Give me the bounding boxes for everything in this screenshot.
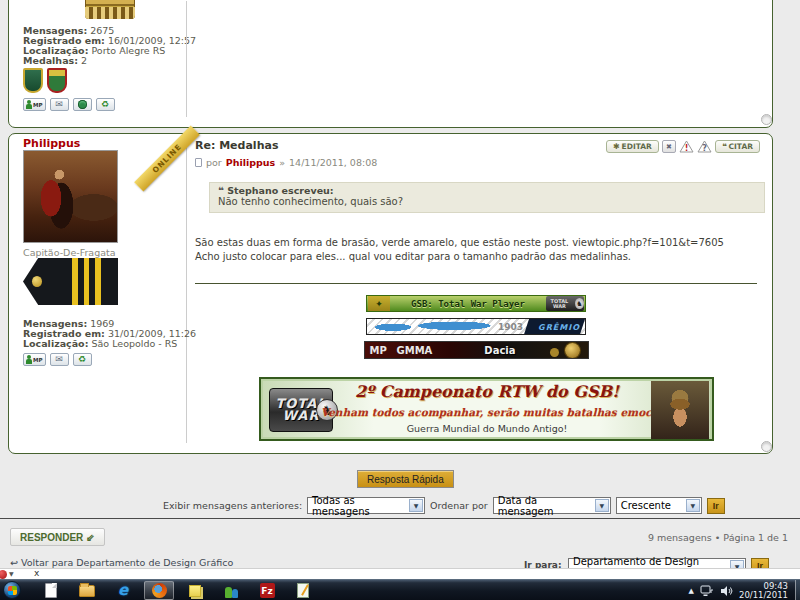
close-icon[interactable]: x <box>34 568 39 578</box>
email-button[interactable]: ✉ <box>50 98 69 111</box>
signature-banner-dacia[interactable]: MP GMMA Dacia <box>364 341 589 359</box>
chevron-down-icon: ▼ <box>409 499 423 512</box>
display-select[interactable]: Todas as mensagens ▼ <box>307 497 425 514</box>
im-icon: ♻ <box>78 355 86 364</box>
medal-crest-icon <box>23 68 43 93</box>
internet-explorer-icon: e <box>118 583 128 598</box>
adblock-icon[interactable] <box>0 570 7 579</box>
column-divider <box>186 144 187 443</box>
messenger-icon <box>224 584 239 598</box>
firefox-icon <box>152 583 167 598</box>
ad-title: 2º Campeonato RTW do GSB! <box>337 382 637 401</box>
taskbar-ie-button[interactable]: e <box>108 581 138 600</box>
stat-label: Medalhas: <box>23 55 78 66</box>
username-link[interactable]: Philippus <box>23 137 80 150</box>
back-link[interactable]: ↩ Voltar para Departamento de Design Grá… <box>10 557 233 568</box>
display-controls: Exibir mensagens anteriores: Todas as me… <box>163 497 725 514</box>
medal-crest-icon <box>47 68 67 93</box>
delete-button[interactable]: ✖ <box>662 140 676 153</box>
byline-separator: » <box>279 157 285 168</box>
quote-box: ❝ Stephano escreveu: Não tenho conhecime… <box>209 182 765 213</box>
show-desktop-button[interactable] <box>795 580 800 600</box>
taskbar-sticky-notes-button[interactable] <box>180 581 210 600</box>
total-war-mini-logo: TOTAL WAR ♞ <box>546 296 584 311</box>
column-divider <box>186 1 187 117</box>
shield-emblem-icon <box>565 343 580 358</box>
display-label: Exibir mensagens anteriores: <box>163 500 302 511</box>
start-button[interactable] <box>3 581 21 599</box>
filezilla-icon: Fz <box>260 583 275 598</box>
edit-button[interactable]: ✱EDITAR <box>606 140 659 153</box>
quick-reply-button[interactable]: Resposta Rápida <box>357 470 454 488</box>
delete-x-icon: ✖ <box>666 143 672 151</box>
private-message-button[interactable]: MP <box>23 353 46 366</box>
stat-label: Localização: <box>23 338 88 349</box>
campaign-ad-banner[interactable]: TOTAL WAR ♞ 2º Campeonato RTW do GSB! Ve… <box>259 377 714 441</box>
chevron-down-icon[interactable]: ▼ <box>9 570 14 577</box>
network-icon[interactable] <box>700 585 714 597</box>
gremio-year: 1903 <box>498 322 523 332</box>
stat-value: 2 <box>81 55 87 66</box>
post-current: ONLINE Philippus Capitão-De-Fragata Mens… <box>8 133 773 454</box>
speaker-icon[interactable] <box>720 585 733 597</box>
eagle-icon: ✦ <box>368 296 390 311</box>
signature-banners: ✦ GSB: Total War Player TOTAL WAR ♞ 1903… <box>195 295 757 359</box>
signature-banner-gremio[interactable]: 1903 GRÊMIO <box>366 318 586 335</box>
display-value: Todas as mensagens <box>312 495 406 517</box>
topic-link[interactable]: viewtopic.php?f=101&t=7605 <box>572 237 724 248</box>
avatar <box>23 150 118 243</box>
reply-button[interactable]: RESPONDER ⇙ <box>10 528 105 546</box>
envelope-icon: ✉ <box>55 355 63 364</box>
im-button[interactable]: ♻ <box>73 353 92 366</box>
text-editor-icon <box>297 583 309 598</box>
gsb-banner-text: GSB: Total War Player <box>390 299 546 309</box>
svg-text:!: ! <box>685 144 689 153</box>
taskbar-firefox-button[interactable] <box>144 581 174 600</box>
post-body-line: São estas duas em forma de brasão, verde… <box>195 237 724 248</box>
browser-addon-bar: ▼ x <box>0 568 800 579</box>
post-byline: por Philippus » 14/11/2011, 08:08 <box>195 157 377 168</box>
taskbar-clock[interactable]: 09:43 20/11/2011 <box>739 582 788 600</box>
sort-value: Data da mensagem <box>498 495 592 517</box>
signature-banner-gsb[interactable]: ✦ GSB: Total War Player TOTAL WAR ♞ <box>366 295 586 312</box>
mp-label: MP <box>33 357 43 363</box>
hidden-icons-arrow[interactable]: ▲ <box>689 587 694 595</box>
im-button[interactable]: ♻ <box>96 98 115 111</box>
private-message-button[interactable]: MP <box>23 98 46 111</box>
dacia-gmma: GMMA <box>397 345 433 356</box>
order-value: Crescente <box>621 500 671 511</box>
taskbar-messenger-button[interactable] <box>216 581 246 600</box>
warn-triangle-icon[interactable]: ! <box>679 140 694 153</box>
taskbar-explorer-button[interactable] <box>72 581 102 600</box>
taskbar-editor-button[interactable] <box>288 581 318 600</box>
rank-title: Capitão-De-Fragata <box>23 247 116 258</box>
email-button[interactable]: ✉ <box>50 353 69 366</box>
quote-marks-icon: ❝ <box>722 142 727 151</box>
quote-button[interactable]: ❝CITAR <box>715 140 760 153</box>
back-arrow-icon: ↩ <box>10 557 18 568</box>
sort-label: Ordenar por <box>430 500 488 511</box>
body-text: São estas duas em forma de brasão, verde… <box>195 237 569 248</box>
svg-text:?: ? <box>702 144 707 153</box>
person-icon <box>26 100 32 109</box>
chevron-down-icon: ▼ <box>595 499 609 512</box>
byline-author-link[interactable]: Philippus <box>226 157 276 168</box>
taskbar-filezilla-button[interactable]: Fz <box>252 581 282 600</box>
website-button[interactable] <box>73 98 92 111</box>
gremio-name: GRÊMIO <box>538 323 580 332</box>
taskbar-notepad-button[interactable] <box>36 581 66 600</box>
report-triangle-icon[interactable]: ? <box>697 140 712 153</box>
go-button[interactable]: Ir <box>707 498 725 514</box>
chevron-down-icon: ▼ <box>686 499 700 512</box>
order-select[interactable]: Crescente ▼ <box>616 497 702 514</box>
go-to-top-icon[interactable] <box>761 441 772 452</box>
post-body-line2: Acho justo colocar para eles... qual vou… <box>195 251 631 262</box>
profile-stats: Mensagens: 2675 Registrado em: 16/01/200… <box>23 26 196 66</box>
online-ribbon: ONLINE <box>134 126 200 192</box>
reply-label: RESPONDER <box>20 532 83 543</box>
profile-stats: Mensagens: 1969 Registrado em: 31/01/200… <box>23 319 196 349</box>
clock-date: 20/11/2011 <box>739 591 788 600</box>
go-to-top-icon[interactable] <box>761 114 772 125</box>
sort-select[interactable]: Data da mensagem ▼ <box>493 497 611 514</box>
tw-logo-line2: WAR <box>283 410 320 422</box>
